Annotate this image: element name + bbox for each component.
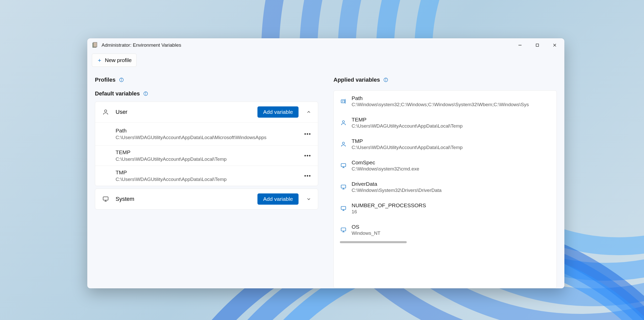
- applied-variable-name: NUMBER_OF_PROCESSORS: [352, 202, 550, 208]
- user-icon: [340, 141, 347, 147]
- variable-name: TMP: [116, 169, 303, 176]
- svg-rect-3: [536, 44, 539, 46]
- svg-point-12: [105, 110, 107, 112]
- svg-point-8: [121, 79, 121, 79]
- info-icon[interactable]: [383, 77, 389, 83]
- user-icon: [340, 120, 347, 126]
- user-variables-card: User Add variable Path C:\Users\WDAGUtil…: [95, 102, 318, 186]
- svg-rect-22: [341, 164, 346, 167]
- window-title: Administrator: Environment Variables: [102, 42, 511, 48]
- applied-column: Applied variables PathC:\Windows\system3…: [333, 77, 557, 288]
- applied-variable-name: TEMP: [352, 117, 550, 123]
- chevron-up-icon[interactable]: [305, 109, 313, 115]
- svg-rect-1: [93, 42, 97, 47]
- app-window: Administrator: Environment Variables ＋ N…: [87, 38, 564, 288]
- applied-variable-row[interactable]: TEMPC:\Users\WDAGUtilityAccount\AppData\…: [334, 112, 556, 133]
- applied-variable-value: C:\Windows\System32\Drivers\DriverData: [352, 188, 550, 193]
- new-profile-button[interactable]: ＋ New profile: [92, 54, 137, 67]
- applied-variable-value: C:\Users\WDAGUtilityAccount\AppData\Loca…: [352, 123, 550, 129]
- system-variables-card: System Add variable: [95, 189, 318, 210]
- rename-icon: [340, 98, 347, 104]
- system-icon: [340, 227, 347, 233]
- applied-variable-row[interactable]: OSWindows_NT: [334, 219, 556, 241]
- toolbar: ＋ New profile: [87, 52, 564, 71]
- system-icon: [340, 184, 347, 190]
- svg-rect-31: [341, 228, 346, 231]
- svg-rect-25: [341, 185, 346, 188]
- applied-variable-value: 16: [352, 209, 550, 215]
- svg-rect-28: [341, 206, 346, 210]
- variable-row[interactable]: TEMP C:\Users\WDAGUtilityAccount\AppData…: [95, 145, 318, 166]
- applied-variable-row[interactable]: NUMBER_OF_PROCESSORS16: [334, 198, 556, 219]
- plus-icon: ＋: [97, 56, 102, 64]
- applied-variable-value: C:\Users\WDAGUtilityAccount\AppData\Loca…: [352, 145, 550, 150]
- applied-variable-name: OS: [352, 224, 550, 230]
- info-icon[interactable]: [119, 77, 124, 83]
- close-button[interactable]: [546, 38, 563, 52]
- variable-value: C:\Users\WDAGUtilityAccount\AppData\Loca…: [116, 135, 303, 140]
- svg-rect-13: [103, 197, 108, 200]
- more-options-button[interactable]: •••: [303, 153, 313, 159]
- variable-value: C:\Users\WDAGUtilityAccount\AppData\Loca…: [116, 177, 303, 182]
- system-icon: [340, 205, 347, 212]
- add-variable-user-button[interactable]: Add variable: [257, 106, 299, 118]
- default-variables-heading: Default variables: [95, 90, 140, 97]
- profiles-column: Profiles Default variables User Add vari…: [95, 77, 318, 288]
- minimize-button[interactable]: [511, 38, 529, 52]
- variable-name: TEMP: [116, 149, 303, 155]
- variable-name: Path: [116, 128, 303, 134]
- user-card-label: User: [116, 109, 251, 115]
- info-icon[interactable]: [143, 91, 148, 96]
- applied-variable-value: C:\Windows\system32\cmd.exe: [352, 166, 550, 172]
- applied-variable-name: DriverData: [352, 181, 550, 187]
- svg-point-11: [145, 93, 146, 93]
- applied-variable-row[interactable]: DriverDataC:\Windows\System32\Drivers\Dr…: [334, 176, 556, 198]
- applied-variable-value: C:\Windows\system32;C:\Windows;C:\Window…: [352, 102, 550, 107]
- system-icon: [102, 196, 109, 202]
- svg-rect-19: [341, 100, 345, 103]
- svg-point-21: [342, 142, 344, 144]
- add-variable-system-button[interactable]: Add variable: [257, 193, 299, 205]
- title-bar[interactable]: Administrator: Environment Variables: [87, 38, 564, 52]
- variable-value: C:\Users\WDAGUtilityAccount\AppData\Loca…: [116, 156, 303, 162]
- system-icon: [340, 163, 347, 169]
- more-options-button[interactable]: •••: [303, 173, 313, 179]
- variable-row[interactable]: Path C:\Users\WDAGUtilityAccount\AppData…: [95, 122, 318, 145]
- user-icon: [102, 109, 109, 115]
- applied-variables-list[interactable]: PathC:\Windows\system32;C:\Windows;C:\Wi…: [333, 90, 557, 288]
- applied-variable-name: TMP: [352, 138, 550, 144]
- applied-heading: Applied variables: [333, 77, 380, 83]
- system-card-label: System: [116, 196, 251, 202]
- variable-row[interactable]: TMP C:\Users\WDAGUtilityAccount\AppData\…: [95, 166, 318, 186]
- applied-variable-value: Windows_NT: [352, 230, 550, 236]
- profiles-heading: Profiles: [95, 77, 116, 83]
- new-profile-label: New profile: [105, 57, 132, 63]
- applied-variable-row[interactable]: PathC:\Windows\system32;C:\Windows;C:\Wi…: [334, 91, 556, 112]
- applied-variable-row[interactable]: ComSpecC:\Windows\system32\cmd.exe: [334, 155, 556, 176]
- applied-variable-name: ComSpec: [352, 159, 550, 166]
- applied-variable-name: Path: [352, 95, 550, 101]
- applied-variable-row[interactable]: TMPC:\Users\WDAGUtilityAccount\AppData\L…: [334, 133, 556, 155]
- horizontal-scrollbar[interactable]: [340, 241, 407, 243]
- maximize-button[interactable]: [529, 38, 546, 52]
- svg-point-20: [342, 121, 344, 123]
- chevron-down-icon[interactable]: [305, 196, 313, 202]
- more-options-button[interactable]: •••: [303, 131, 313, 137]
- svg-point-18: [386, 79, 386, 79]
- app-icon: [92, 42, 98, 48]
